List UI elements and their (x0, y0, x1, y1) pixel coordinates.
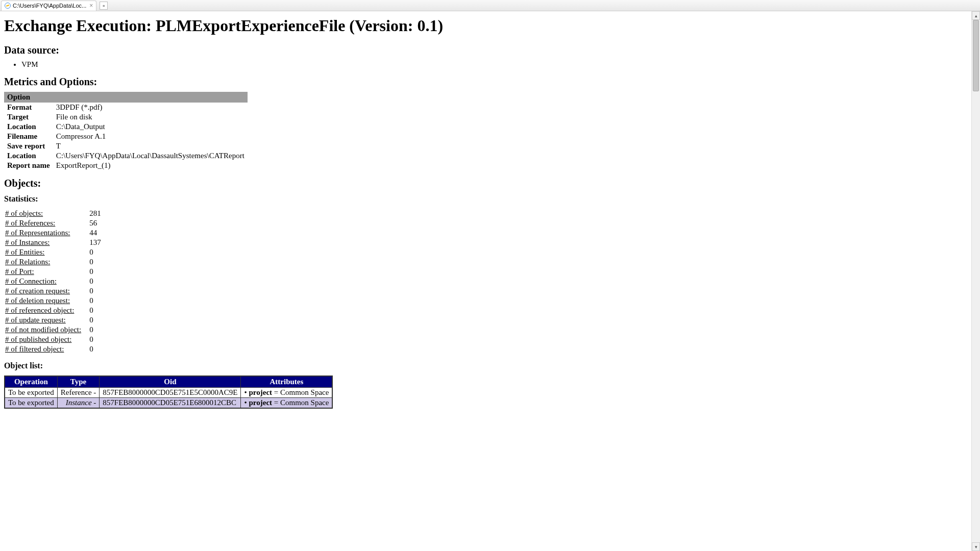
stat-row: # of Relations:0 (4, 257, 105, 267)
stat-value: 0 (85, 277, 105, 286)
option-row: Format3DPDF (*.pdf) (4, 103, 248, 112)
stat-row: # of Entities:0 (4, 247, 105, 257)
stat-label: # of References: (4, 218, 85, 228)
stat-label: # of Entities: (4, 247, 85, 257)
option-label: Format (4, 103, 53, 112)
attr-key: project (249, 398, 273, 407)
col-operation: Operation (5, 376, 57, 388)
option-row: LocationC:\Users\FYQ\AppData\Local\Dassa… (4, 151, 248, 161)
stat-value: 0 (85, 286, 105, 296)
option-row: TargetFile on disk (4, 112, 248, 122)
table-row: To be exportedReference -857FEB8000000CD… (5, 388, 332, 398)
objects-heading: Objects: (4, 178, 976, 189)
option-label: Location (4, 151, 53, 161)
object-list-heading: Object list: (4, 361, 976, 370)
new-tab-icon: ▫ (103, 3, 105, 9)
document-body: Exchange Execution: PLMExportExperienceF… (0, 11, 980, 429)
option-value: File on disk (53, 112, 248, 122)
stat-label: # of Relations: (4, 257, 85, 267)
attr-value: Common Space (280, 388, 329, 396)
object-list-table: Operation Type Oid Attributes To be expo… (4, 375, 333, 409)
close-icon[interactable]: × (89, 2, 93, 9)
stat-value: 0 (85, 306, 105, 315)
stat-row: # of published object:0 (4, 335, 105, 344)
stat-value: 0 (85, 315, 105, 325)
stat-label: # of Port: (4, 267, 85, 277)
stat-row: # of Connection:0 (4, 277, 105, 286)
option-label: Save report (4, 141, 53, 151)
cell-type: Instance - (57, 398, 100, 409)
option-label: Filename (4, 132, 53, 141)
stat-label: # of Instances: (4, 238, 85, 247)
option-label: Target (4, 112, 53, 122)
option-value: Compressor A.1 (53, 132, 248, 141)
cell-type: Reference - (57, 388, 100, 398)
stat-row: # of References:56 (4, 218, 105, 228)
options-table: Option Format3DPDF (*.pdf)TargetFile on … (4, 92, 248, 170)
stat-value: 0 (85, 267, 105, 277)
stat-label: # of Representations: (4, 228, 85, 238)
stat-row: # of referenced object:0 (4, 306, 105, 315)
vertical-scrollbar[interactable]: ▴ ▾ (971, 11, 980, 551)
metrics-heading: Metrics and Options: (4, 76, 976, 88)
col-oid: Oid (100, 376, 241, 388)
option-value: C:\Users\FYQ\AppData\Local\DassaultSyste… (53, 151, 248, 161)
stat-row: # of Port:0 (4, 267, 105, 277)
stat-row: # of Representations:44 (4, 228, 105, 238)
stat-row: # of update request:0 (4, 315, 105, 325)
stat-value: 0 (85, 257, 105, 267)
stat-label: # of filtered object: (4, 344, 85, 354)
stat-label: # of referenced object: (4, 306, 85, 315)
data-source-list: VPM (4, 60, 976, 69)
scroll-up-button[interactable]: ▴ (972, 11, 980, 20)
stat-label: # of Connection: (4, 277, 85, 286)
scroll-track[interactable] (972, 20, 980, 542)
cell-attributes: • project = Common Space (241, 388, 332, 398)
browser-tab[interactable]: C:\Users\FYQ\AppData\Loc... × (1, 1, 96, 11)
cell-oid: 857FEB8000000CD05E751E5C0000AC9E (100, 388, 241, 398)
stat-row: # of deletion request:0 (4, 296, 105, 306)
stat-value: 0 (85, 335, 105, 344)
option-row: LocationC:\Data_Output (4, 122, 248, 132)
cell-operation: To be exported (5, 398, 57, 409)
options-header: Option (4, 92, 53, 103)
stat-value: 0 (85, 247, 105, 257)
scroll-thumb[interactable] (973, 20, 979, 91)
tab-title: C:\Users\FYQ\AppData\Loc... (13, 3, 86, 9)
attr-value: Common Space (280, 398, 329, 407)
stat-label: # of objects: (4, 209, 85, 218)
stat-label: # of creation request: (4, 286, 85, 296)
statistics-table: # of objects:281# of References:56# of R… (4, 209, 105, 354)
stat-row: # of objects:281 (4, 209, 105, 218)
stat-value: 0 (85, 325, 105, 335)
option-value: ExportReport_(1) (53, 161, 248, 170)
scroll-down-button[interactable]: ▾ (972, 542, 980, 551)
stat-row: # of filtered object:0 (4, 344, 105, 354)
stat-value: 0 (85, 296, 105, 306)
cell-operation: To be exported (5, 388, 57, 398)
stat-row: # of not modified object:0 (4, 325, 105, 335)
stat-label: # of published object: (4, 335, 85, 344)
new-tab-button[interactable]: ▫ (100, 2, 108, 10)
stat-value: 137 (85, 238, 105, 247)
col-attributes: Attributes (241, 376, 332, 388)
option-row: FilenameCompressor A.1 (4, 132, 248, 141)
data-source-heading: Data source: (4, 44, 976, 56)
viewport: Exchange Execution: PLMExportExperienceF… (0, 11, 980, 551)
stat-value: 44 (85, 228, 105, 238)
option-value: C:\Data_Output (53, 122, 248, 132)
stat-value: 281 (85, 209, 105, 218)
col-type: Type (57, 376, 100, 388)
table-row: To be exportedInstance -857FEB8000000CD0… (5, 398, 332, 409)
options-header-blank (53, 92, 248, 103)
option-row: Save reportT (4, 141, 248, 151)
stat-value: 0 (85, 344, 105, 354)
attr-key: project (249, 388, 273, 396)
browser-tab-strip: C:\Users\FYQ\AppData\Loc... × ▫ (0, 0, 980, 11)
stat-row: # of creation request:0 (4, 286, 105, 296)
stat-row: # of Instances:137 (4, 238, 105, 247)
option-label: Location (4, 122, 53, 132)
stat-label: # of not modified object: (4, 325, 85, 335)
statistics-heading: Statistics: (4, 194, 976, 204)
cell-oid: 857FEB8000000CD05E751E6800012CBC (100, 398, 241, 409)
